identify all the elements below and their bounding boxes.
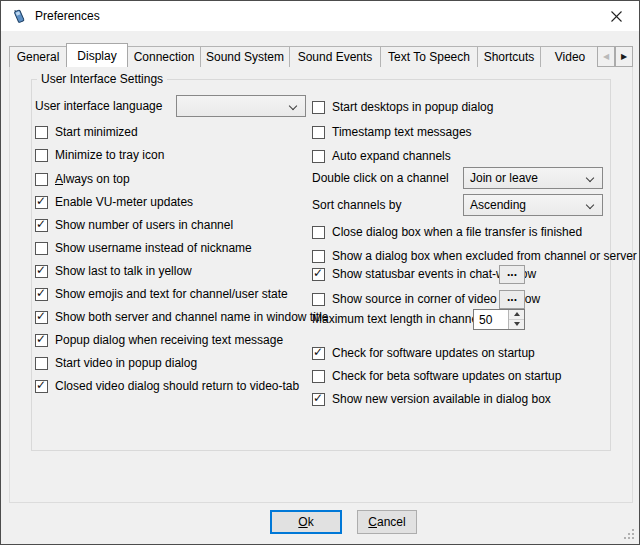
chevron-down-icon (586, 174, 594, 182)
minimize-to-tray-icon-checkbox[interactable] (35, 149, 48, 162)
show-statusbar-events-in-chat-window-checkbox[interactable]: ✓ (312, 268, 325, 281)
always-on-top-checkbox[interactable] (35, 173, 48, 186)
checkbox-label[interactable]: Show a dialog box when excluded from cha… (332, 248, 637, 264)
tab-label: General (17, 50, 60, 64)
maximum-text-length-in-channel-list-spinbox[interactable]: 50 (473, 309, 525, 330)
checkbox-label[interactable]: Auto expand channels (332, 148, 451, 164)
enable-vu-meter-updates-checkbox[interactable]: ✓ (35, 196, 48, 209)
checkbox-label[interactable]: Show number of users in channel (55, 217, 233, 233)
tab-label: Connection (134, 50, 195, 64)
closed-video-dialog-should-return-to-video-tab-checkbox[interactable]: ✓ (35, 380, 48, 393)
preferences-dialog: Preferences GeneralDisplayConnectionSoun… (0, 0, 640, 545)
show-a-dialog-box-when-excluded-from-channel-or-server-checkbox[interactable] (312, 250, 325, 263)
checkbox-label[interactable]: Popup dialog when receiving text message (55, 332, 283, 348)
field-label: Sort channels by (312, 194, 401, 216)
checkmark-icon: ✓ (313, 391, 323, 405)
field-label: Double click on a channel (312, 167, 449, 189)
show-number-of-users-in-channel-checkbox[interactable]: ✓ (35, 219, 48, 232)
resize-grip[interactable] (623, 528, 634, 539)
field-label: User interface language (35, 95, 162, 117)
popup-dialog-when-receiving-text-message-checkbox[interactable]: ✓ (35, 334, 48, 347)
tab-scroll-right-icon: ▶ (621, 53, 627, 61)
app-icon (11, 8, 27, 24)
checkbox-label[interactable]: Start video in popup dialog (55, 355, 197, 371)
checkbox-label[interactable]: Show emojis and text for channel/user st… (55, 286, 288, 302)
show-emojis-and-text-for-channel-user-state-checkbox[interactable]: ✓ (35, 288, 48, 301)
tab-label: Sound Events (298, 50, 373, 64)
checkbox-label[interactable]: Enable VU-meter updates (55, 194, 193, 210)
checkbox-label[interactable]: Closed video dialog should return to vid… (55, 378, 299, 394)
checkbox-label[interactable]: Show new version available in dialog box (332, 391, 551, 407)
tab-label: Sound System (206, 50, 284, 64)
checkbox-label[interactable]: Check for beta software updates on start… (332, 368, 561, 384)
cancel-button[interactable]: Cancel (357, 510, 417, 534)
spin-buttons (508, 310, 524, 329)
triangle-down-icon (514, 322, 520, 326)
tab-video[interactable]: Video (540, 46, 597, 67)
tab-display[interactable]: Display (66, 43, 128, 67)
tab-text-to-speech[interactable]: Text To Speech (380, 46, 478, 67)
checkbox-label[interactable]: Check for software updates on startup (332, 345, 535, 361)
tab-shortcuts[interactable]: Shortcuts (477, 46, 541, 67)
tab-general[interactable]: General (9, 46, 67, 67)
checkmark-icon: ✓ (36, 263, 46, 277)
show-both-server-and-channel-name-in-window-title-checkbox[interactable]: ✓ (35, 311, 48, 324)
tab-label: Text To Speech (388, 50, 470, 64)
show-source-in-corner-of-video-window-checkbox[interactable] (312, 293, 325, 306)
check-for-beta-software-updates-on-startup-checkbox[interactable] (312, 370, 325, 383)
group-title: User Interface Settings (37, 72, 167, 86)
spin-down-button[interactable] (509, 320, 524, 330)
tab-scroll-left-icon: ◀ (603, 53, 609, 61)
tab-sound-system[interactable]: Sound System (200, 46, 290, 67)
timestamp-text-messages-checkbox[interactable] (312, 126, 325, 139)
tab-label: Display (77, 49, 116, 63)
tab-scroll-right-button[interactable]: ▶ (615, 46, 633, 67)
checkbox-label[interactable]: Minimize to tray icon (55, 147, 164, 163)
spin-up-button[interactable] (509, 310, 524, 320)
show-last-to-talk-in-yellow-checkbox[interactable]: ✓ (35, 265, 48, 278)
checkmark-icon: ✓ (313, 345, 323, 359)
checkbox-label[interactable]: Close dialog box when a file transfer is… (332, 224, 582, 240)
checkbox-label[interactable]: Show both server and channel name in win… (55, 309, 329, 325)
dropdown-value: Ascending (470, 198, 526, 212)
show-username-instead-of-nickname-checkbox[interactable] (35, 242, 48, 255)
checkmark-icon: ✓ (36, 332, 46, 346)
checkmark-icon: ✓ (36, 378, 46, 392)
start-desktops-in-popup-dialog-checkbox[interactable] (312, 101, 325, 114)
double-click-on-a-channel-dropdown[interactable]: Join or leave (463, 167, 603, 189)
check-for-software-updates-on-startup-checkbox[interactable]: ✓ (312, 347, 325, 360)
window-title: Preferences (35, 9, 100, 23)
tab-scroll-left-button[interactable]: ◀ (597, 46, 615, 67)
checkbox-label[interactable]: Show username instead of nickname (55, 240, 252, 256)
close-dialog-box-when-a-file-transfer-is-finished-checkbox[interactable] (312, 226, 325, 239)
checkbox-label[interactable]: Start minimized (55, 124, 138, 140)
show-statusbar-events-in-chat-window-more-button[interactable]: ... (499, 265, 525, 284)
user-interface-language-dropdown[interactable] (176, 95, 306, 117)
ok-button[interactable]: Ok (270, 510, 342, 534)
checkmark-icon: ✓ (313, 266, 323, 280)
show-new-version-available-in-dialog-box-checkbox[interactable]: ✓ (312, 393, 325, 406)
checkmark-icon: ✓ (36, 309, 46, 323)
spinbox-value: 50 (479, 312, 492, 328)
triangle-up-icon (514, 312, 520, 316)
tab-label: Video (555, 50, 585, 64)
close-button[interactable] (594, 1, 639, 31)
chevron-down-icon (586, 201, 594, 209)
start-minimized-checkbox[interactable] (35, 126, 48, 139)
tab-sound-events[interactable]: Sound Events (289, 46, 381, 67)
close-icon (611, 11, 622, 22)
tab-label: Shortcuts (484, 50, 535, 64)
title-bar[interactable]: Preferences (1, 1, 639, 31)
checkbox-label[interactable]: Show last to talk in yellow (55, 263, 192, 279)
show-source-in-corner-of-video-window-more-button[interactable]: ... (499, 290, 525, 309)
sort-channels-by-dropdown[interactable]: Ascending (463, 194, 603, 216)
start-video-in-popup-dialog-checkbox[interactable] (35, 357, 48, 370)
field-label: Maximum text length in channel list (312, 311, 499, 328)
auto-expand-channels-checkbox[interactable] (312, 150, 325, 163)
checkmark-icon: ✓ (36, 217, 46, 231)
tab-connection[interactable]: Connection (127, 46, 201, 67)
checkbox-label[interactable]: Always on top (55, 171, 130, 187)
checkbox-label[interactable]: Start desktops in popup dialog (332, 99, 493, 115)
checkbox-label[interactable]: Timestamp text messages (332, 124, 472, 140)
tab-strip: GeneralDisplayConnectionSound SystemSoun… (9, 43, 597, 67)
